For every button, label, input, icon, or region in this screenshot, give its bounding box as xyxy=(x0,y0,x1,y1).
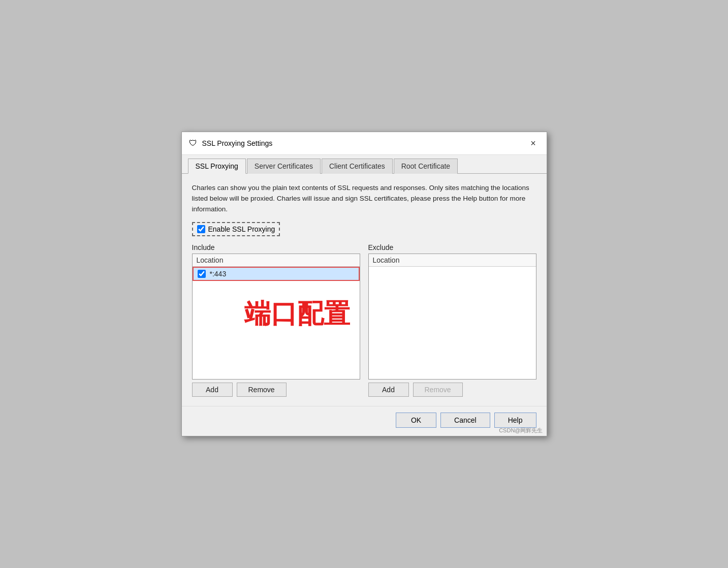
content-area: Charles can show you the plain text cont… xyxy=(182,174,547,406)
tab-bar: SSL Proxying Server Certificates Client … xyxy=(182,155,547,174)
footer: OK Cancel Help xyxy=(182,406,547,436)
description-text: Charles can show you the plain text cont… xyxy=(192,183,536,215)
enable-ssl-proxying-row: Enable SSL Proxying xyxy=(192,222,280,236)
exclude-location-header: Location xyxy=(373,256,400,264)
exclude-buttons: Add Remove xyxy=(368,383,536,397)
enable-ssl-proxying-label[interactable]: Enable SSL Proxying xyxy=(208,225,275,233)
row-checkbox[interactable] xyxy=(198,270,206,278)
title-bar-left: 🛡 SSL Proxying Settings xyxy=(188,138,273,148)
tab-client-certificates[interactable]: Client Certificates xyxy=(322,159,393,174)
tab-root-certificate[interactable]: Root Certificate xyxy=(394,159,458,174)
include-table-header: Location xyxy=(193,254,360,267)
exclude-add-button[interactable]: Add xyxy=(368,383,409,397)
exclude-table-body xyxy=(369,267,536,368)
exclude-label: Exclude xyxy=(368,243,536,251)
include-label: Include xyxy=(192,243,360,251)
ok-button[interactable]: OK xyxy=(396,413,436,428)
help-button[interactable]: Help xyxy=(494,413,536,428)
include-remove-button[interactable]: Remove xyxy=(237,383,287,397)
exclude-table: Location xyxy=(368,254,536,380)
cancel-button[interactable]: Cancel xyxy=(440,413,490,428)
exclude-remove-button[interactable]: Remove xyxy=(413,383,463,397)
tab-server-certificates[interactable]: Server Certificates xyxy=(247,159,321,174)
include-section: Include Location *:443 端口配置 xyxy=(192,243,360,397)
app-icon: 🛡 xyxy=(188,138,198,148)
exclude-table-header: Location xyxy=(369,254,536,267)
watermark: 端口配置 xyxy=(244,296,350,332)
tables-row: Include Location *:443 端口配置 xyxy=(192,243,536,397)
close-button[interactable]: × xyxy=(526,136,541,150)
csdn-credit: CSDN@网辉先生 xyxy=(499,427,543,434)
include-table-body: *:443 端口配置 xyxy=(193,267,360,368)
include-table: Location *:443 端口配置 xyxy=(192,254,360,380)
exclude-section: Exclude Location Add Remove xyxy=(368,243,536,397)
ssl-proxying-settings-dialog: 🛡 SSL Proxying Settings × SSL Proxying S… xyxy=(181,132,547,436)
title-bar: 🛡 SSL Proxying Settings × xyxy=(182,132,547,155)
include-location-header: Location xyxy=(197,256,224,264)
enable-ssl-proxying-checkbox[interactable] xyxy=(197,225,205,233)
include-add-button[interactable]: Add xyxy=(192,383,233,397)
include-buttons: Add Remove xyxy=(192,383,360,397)
dialog-title: SSL Proxying Settings xyxy=(202,139,273,147)
row-location: *:443 xyxy=(210,270,227,278)
tab-ssl-proxying[interactable]: SSL Proxying xyxy=(188,159,246,174)
table-row[interactable]: *:443 xyxy=(193,267,360,281)
